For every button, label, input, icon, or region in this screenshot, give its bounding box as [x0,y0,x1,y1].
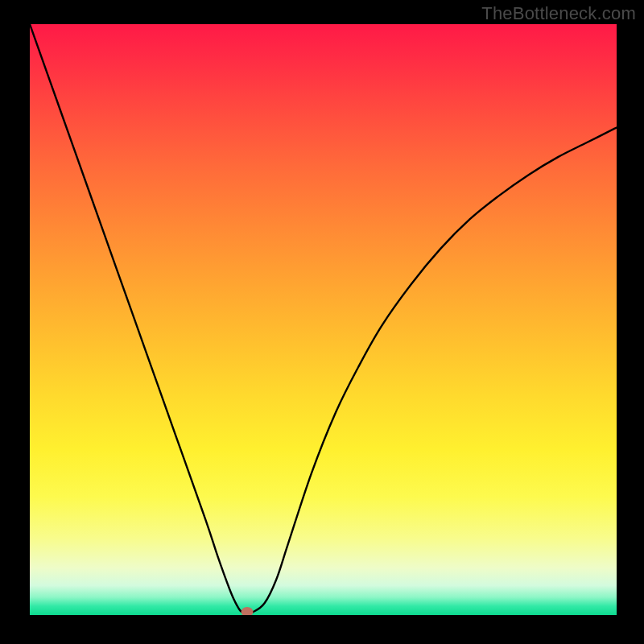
optimal-point-marker [241,607,253,615]
chart-line-svg [30,24,617,615]
watermark-text: TheBottleneck.com [481,3,636,24]
plot-area [30,24,617,615]
bottleneck-curve [30,24,617,613]
